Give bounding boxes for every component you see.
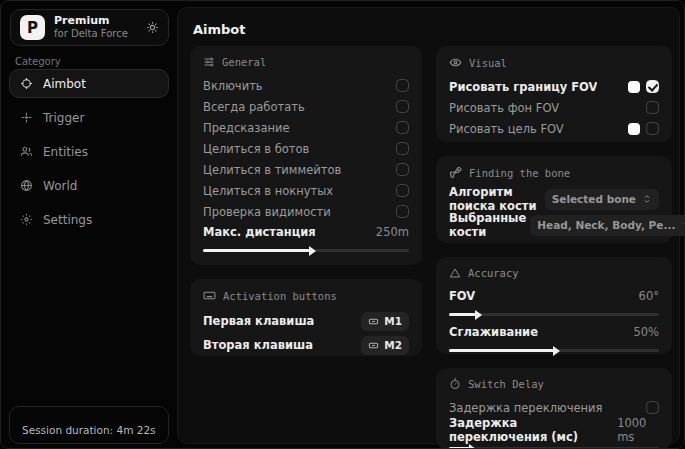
panel-title: Switch Delay	[468, 378, 544, 390]
slider-fill[interactable]	[203, 249, 310, 252]
keybind-button-m2[interactable]: M2	[361, 336, 409, 355]
sidebar-nav: Aimbot Trigger Entities World	[9, 69, 169, 234]
slider-value: 60°	[639, 289, 659, 303]
premium-subtitle: for Delta Force	[54, 28, 137, 40]
category-label: Category	[15, 56, 61, 67]
panel-finding-bone: Finding the bone Алгоритм поиска кости S…	[436, 156, 672, 243]
checkbox-aim-knocked[interactable]	[396, 184, 409, 197]
slider-label: Макс. дистанция	[203, 225, 316, 239]
keybind-label: Вторая клавиша	[203, 338, 313, 352]
app-logo: P	[20, 15, 45, 40]
sidebar-item-label: Aimbot	[43, 77, 86, 91]
keybind-value: M2	[384, 339, 402, 351]
slider-value: 250m	[376, 225, 409, 239]
visual-row-label: Рисовать фон FOV	[449, 101, 559, 115]
app-window: P Premium for Delta Force Category Aimbo…	[0, 0, 685, 449]
sidebar-item-label: Settings	[43, 213, 92, 227]
select-value: Head, Neck, Body, Pe...	[537, 219, 675, 231]
checkbox-draw-fov-background[interactable]	[646, 101, 659, 114]
sidebar-item-entities[interactable]: Entities	[9, 137, 169, 166]
checkbox-draw-fov-target[interactable]	[646, 122, 659, 135]
panel-accuracy-header: Accuracy	[449, 267, 659, 279]
keybind-label: Первая клавиша	[203, 314, 314, 328]
select-value: Selected bone	[552, 193, 636, 205]
panel-switch-delay-header: Switch Delay	[449, 378, 659, 390]
toggle-label: Задержка переключения	[449, 401, 602, 415]
color-swatch[interactable]	[628, 123, 640, 135]
smoothing-slider[interactable]	[449, 349, 659, 352]
checkbox-aim-bots[interactable]	[396, 142, 409, 155]
color-swatch[interactable]	[628, 81, 640, 93]
visual-row-label: Рисовать цель FOV	[449, 122, 564, 136]
refresh-gear-icon[interactable]	[146, 21, 159, 34]
checkbox-always-work[interactable]	[396, 100, 409, 113]
selected-bones-select[interactable]: Head, Neck, Body, Pe...	[530, 215, 685, 236]
mouse-key-icon	[368, 316, 379, 327]
checkbox-visibility-check[interactable]	[396, 205, 409, 218]
panel-activation-header: Activation buttons	[203, 289, 409, 302]
slider-value: 1000 ms	[617, 416, 659, 444]
sliders-icon	[203, 56, 215, 68]
trigger-crosshair-icon	[20, 111, 33, 124]
column-left: General Включить Всегда работать Предска…	[190, 46, 422, 370]
panel-title: Visual	[469, 57, 507, 69]
premium-card[interactable]: P Premium for Delta Force	[10, 9, 169, 46]
panel-bone-header: Finding the bone	[449, 166, 659, 179]
session-duration-text: Session duration: 4m 22s	[22, 424, 156, 436]
checkbox-draw-fov-border[interactable]	[646, 80, 659, 93]
sidebar-item-aimbot[interactable]: Aimbot	[9, 69, 169, 98]
chevrons-up-down-icon	[642, 194, 652, 204]
toggle-label: Целиться в нокнутых	[203, 184, 333, 198]
sidebar-item-settings[interactable]: Settings	[9, 205, 169, 234]
toggle-label: Предсказание	[203, 121, 290, 135]
slider-fill[interactable]	[449, 313, 476, 316]
stopwatch-icon	[449, 378, 461, 390]
sidebar-item-trigger[interactable]: Trigger	[9, 103, 169, 132]
slider-fill[interactable]	[449, 349, 554, 352]
panel-title: Activation buttons	[223, 290, 337, 302]
sidebar-item-label: Entities	[43, 145, 88, 159]
premium-texts: Premium for Delta Force	[54, 15, 137, 39]
sidebar-item-label: World	[43, 179, 77, 193]
slider-value: 50%	[633, 325, 659, 339]
keybind-button-m1[interactable]: M1	[361, 312, 409, 331]
panel-title: Accuracy	[468, 267, 519, 279]
checkbox-enable[interactable]	[396, 79, 409, 92]
slider-label: Задержка переключения (мс)	[449, 416, 617, 444]
select-label: Алгоритм поиска кости	[449, 185, 541, 213]
toggle-label: Целиться в ботов	[203, 142, 309, 156]
eye-icon	[449, 56, 462, 69]
premium-title: Premium	[54, 15, 137, 28]
toggle-label: Проверка видимости	[203, 205, 331, 219]
mouse-key-icon	[368, 340, 379, 351]
slider-label: FOV	[449, 289, 475, 303]
panel-general: General Включить Всегда работать Предска…	[190, 46, 422, 265]
bone-icon	[449, 166, 462, 179]
checkbox-aim-teammates[interactable]	[396, 163, 409, 176]
keyboard-icon	[203, 289, 216, 302]
triangle-icon	[449, 267, 461, 279]
panel-accuracy: Accuracy FOV 60° Сглаживание 50%	[436, 257, 672, 354]
fov-slider[interactable]	[449, 313, 659, 316]
globe-icon	[20, 179, 33, 192]
max-distance-slider[interactable]	[203, 249, 409, 252]
page-title: Aimbot	[193, 22, 246, 37]
bone-algorithm-select[interactable]: Selected bone	[545, 189, 659, 210]
checkbox-prediction[interactable]	[396, 121, 409, 134]
sidebar-item-world[interactable]: World	[9, 171, 169, 200]
column-right: Visual Рисовать границу FOV Рисовать фон…	[436, 46, 672, 449]
select-label: Выбранные кости	[449, 211, 526, 239]
panel-visual-header: Visual	[449, 56, 659, 69]
gear-icon	[20, 213, 33, 226]
panel-title: General	[222, 56, 266, 68]
panel-general-header: General	[203, 56, 409, 68]
session-duration-card: Session duration: 4m 22s	[9, 406, 169, 444]
sidebar: P Premium for Delta Force Category Aimbo…	[1, 1, 176, 448]
checkbox-switch-delay[interactable]	[646, 401, 659, 414]
people-icon	[20, 145, 33, 158]
panel-switch-delay: Switch Delay Задержка переключения Задер…	[436, 368, 672, 449]
main-panel: Aimbot General Включить Всегда работать …	[177, 7, 680, 444]
toggle-label: Всегда работать	[203, 100, 305, 114]
toggle-label: Целиться в тиммейтов	[203, 163, 341, 177]
crosshair-icon	[20, 77, 33, 90]
